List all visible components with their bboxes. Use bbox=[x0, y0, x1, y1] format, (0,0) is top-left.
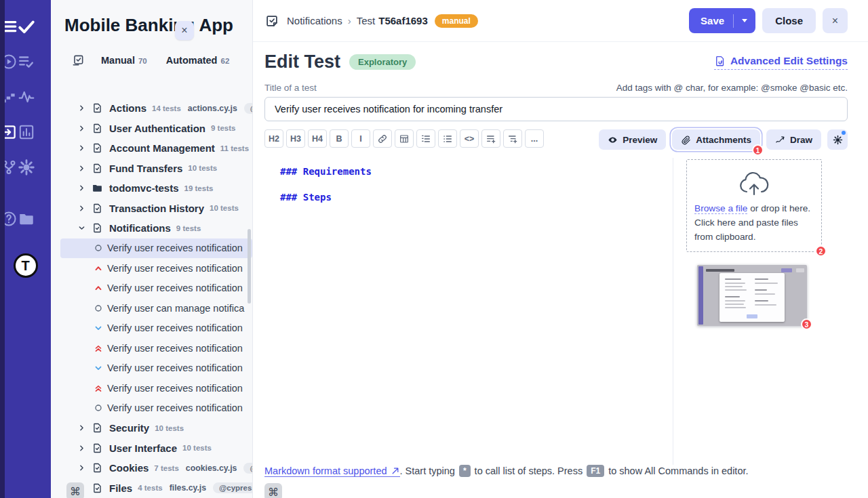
tree-suite-item[interactable]: Account Management11 tests bbox=[60, 138, 252, 159]
attachments-button[interactable]: Attachments 1 bbox=[672, 129, 760, 150]
command-key-badge: ⌘ bbox=[66, 482, 84, 498]
panel-close-button[interactable]: × bbox=[175, 21, 194, 40]
test-title-input[interactable] bbox=[264, 97, 848, 121]
markdown-supported-link[interactable]: Markdown format supported bbox=[264, 465, 400, 477]
format--button[interactable]: <> bbox=[460, 129, 479, 148]
edit-test-form: Edit Test Exploratory Advanced Edit Sett… bbox=[253, 42, 868, 498]
test-label: Verify user receives notification bbox=[107, 402, 243, 413]
doc-check-icon bbox=[92, 123, 103, 134]
chevron-right-icon[interactable] bbox=[78, 165, 85, 172]
test-label: Verify user receives notification bbox=[107, 243, 243, 253]
browse-file-link[interactable]: Browse a file bbox=[694, 203, 747, 214]
tree-test-item[interactable]: Verify user receives notification bbox=[60, 278, 252, 299]
ordered-list-button[interactable] bbox=[416, 129, 435, 148]
tree-suite-item[interactable]: Notifications9 tests bbox=[60, 218, 252, 238]
list-add-button[interactable] bbox=[481, 129, 500, 148]
chevron-right-icon[interactable] bbox=[78, 444, 85, 452]
link-button[interactable] bbox=[373, 129, 392, 148]
tree-test-item[interactable]: Verify user receives notification bbox=[60, 398, 252, 419]
tree-suite-item[interactable]: Files4 testsfiles.cy.js@cypress bbox=[60, 478, 252, 498]
preview-button[interactable]: Preview bbox=[599, 129, 666, 150]
format-h4-button[interactable]: H4 bbox=[308, 129, 327, 148]
suite-label: User Authentication bbox=[109, 123, 205, 134]
format-i-button[interactable]: I bbox=[351, 129, 370, 148]
draw-button[interactable]: Draw bbox=[766, 129, 821, 150]
tree-suite-item[interactable]: todomvc-tests19 tests bbox=[60, 178, 252, 199]
suite-test-count: 10 tests bbox=[155, 424, 184, 432]
suite-tree: Actions14 testsactions.cy.js@cyUser Auth… bbox=[51, 98, 252, 498]
format--button[interactable]: ... bbox=[525, 129, 544, 148]
suite-label: Account Management bbox=[109, 142, 215, 154]
editor-footer-hint: Markdown format supported . Start typing… bbox=[264, 465, 848, 477]
tree-suite-item[interactable]: Transaction History10 tests bbox=[60, 199, 252, 219]
folder-icon bbox=[92, 182, 103, 194]
tree-suite-item[interactable]: Security10 tests bbox=[60, 418, 252, 438]
format-h2-button[interactable]: H2 bbox=[264, 129, 283, 148]
table-button[interactable] bbox=[395, 129, 414, 148]
tree-suite-item[interactable]: Actions14 testsactions.cy.js@cy bbox=[60, 98, 252, 119]
save-button[interactable]: Save bbox=[689, 8, 755, 33]
chevron-down-icon[interactable] bbox=[78, 224, 85, 232]
tree-test-item[interactable]: Verify user receives notification bbox=[60, 258, 252, 278]
chevron-right-icon[interactable] bbox=[78, 184, 85, 192]
test-label: Verify user receives notification bbox=[107, 323, 243, 333]
tree-test-item[interactable]: Verify user receives notification bbox=[60, 338, 252, 358]
gear-icon[interactable] bbox=[18, 159, 35, 176]
test-label: Verify user receives notification bbox=[107, 263, 243, 274]
thumbnail-modal-art bbox=[719, 273, 785, 322]
header-actions: Save Close × bbox=[689, 8, 848, 33]
doc-check-icon bbox=[92, 442, 103, 454]
file-dropzone[interactable]: Browse a file or drop it here. Click her… bbox=[686, 159, 822, 252]
format-h3-button[interactable]: H3 bbox=[286, 129, 305, 148]
tree-suite-item[interactable]: User Interface10 tests bbox=[60, 438, 252, 459]
chevron-right-icon[interactable] bbox=[78, 464, 85, 472]
chevron-right-icon[interactable] bbox=[78, 424, 85, 432]
doc-gear-icon bbox=[714, 55, 726, 67]
testomat-logo: T bbox=[14, 253, 38, 278]
activity-icon[interactable] bbox=[18, 88, 35, 106]
indent-add-button[interactable] bbox=[503, 129, 522, 148]
chevron-right-icon[interactable] bbox=[78, 104, 85, 112]
editor-settings-button[interactable] bbox=[827, 129, 848, 150]
page-title: Edit Test bbox=[264, 51, 340, 72]
tree-scrollbar[interactable] bbox=[248, 229, 251, 304]
format-b-button[interactable]: B bbox=[330, 129, 349, 148]
tree-test-item[interactable]: Verify user receives notification bbox=[60, 378, 252, 398]
cloud-upload-icon bbox=[738, 170, 770, 197]
tab-automated[interactable]: Automated 62 bbox=[166, 55, 230, 66]
advanced-edit-settings-link[interactable]: Advanced Edit Settings bbox=[714, 55, 848, 70]
suite-tag-badge: @cy bbox=[243, 463, 252, 474]
bullet-list-button[interactable] bbox=[438, 129, 457, 148]
breadcrumb-section[interactable]: Notifications bbox=[287, 15, 342, 26]
breadcrumb-test-prefix: Test bbox=[357, 15, 376, 26]
tree-suite-item[interactable]: Cookies7 testscookies.cy.js@cy bbox=[60, 458, 252, 478]
double-caret-up-icon bbox=[94, 383, 103, 393]
attachment-thumbnail[interactable]: 3 bbox=[697, 265, 807, 326]
suite-test-count: 4 tests bbox=[138, 484, 162, 492]
suite-label: Cookies bbox=[109, 462, 149, 474]
markdown-editor[interactable]: ### Requirements ### Steps bbox=[264, 158, 673, 465]
chevron-right-icon[interactable] bbox=[78, 125, 85, 132]
tree-test-item[interactable]: Verify user receives notification bbox=[60, 238, 252, 259]
chart-icon[interactable] bbox=[18, 123, 35, 141]
save-dropdown-caret[interactable] bbox=[733, 14, 755, 28]
tree-suite-item[interactable]: User Authentication9 tests bbox=[60, 119, 252, 139]
folder-icon[interactable] bbox=[18, 210, 35, 228]
suite-file-name: files.cy.js bbox=[170, 483, 206, 493]
close-button[interactable]: Close bbox=[762, 8, 816, 33]
list-check-icon[interactable] bbox=[18, 53, 35, 70]
tree-test-item[interactable]: Verify user can manage notifica bbox=[60, 298, 252, 318]
tree-test-item[interactable]: Verify user receives notification bbox=[60, 358, 252, 379]
tree-test-item[interactable]: Verify user receives notification bbox=[60, 318, 252, 339]
chevron-down-small-icon bbox=[94, 323, 103, 333]
chevron-right-icon[interactable] bbox=[78, 205, 85, 212]
dismiss-button[interactable]: × bbox=[823, 8, 848, 33]
main-area: Notifications › Test T56af1693 manual Sa… bbox=[252, 0, 868, 498]
chevron-right-icon[interactable] bbox=[78, 144, 85, 152]
check-icon[interactable] bbox=[18, 18, 35, 35]
manual-badge: manual bbox=[435, 14, 478, 28]
tree-suite-item[interactable]: Fund Transfers10 tests bbox=[60, 159, 252, 179]
breadcrumb-test-id: T56af1693 bbox=[378, 15, 428, 26]
tab-manual[interactable]: Manual 70 bbox=[101, 55, 147, 66]
suite-label: User Interface bbox=[109, 442, 177, 454]
